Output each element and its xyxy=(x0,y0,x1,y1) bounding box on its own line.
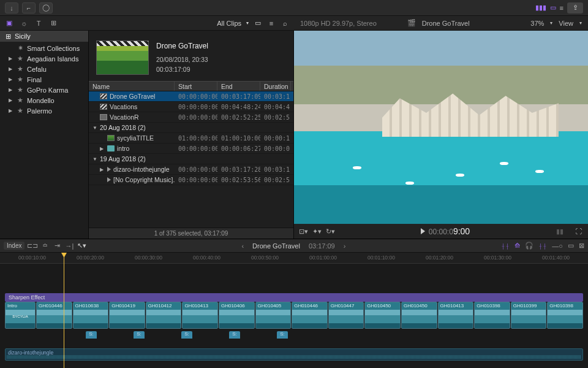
skimming-icon[interactable]: ⟊⟊ xyxy=(501,242,510,250)
timeline-layout-icon[interactable]: ⊠ xyxy=(579,242,584,250)
import-button[interactable]: ↓ xyxy=(5,2,18,13)
timeline-marker[interactable]: S: xyxy=(86,331,97,339)
timeline-clip[interactable]: GH010450 xyxy=(364,302,401,329)
preview-thumbnail[interactable] xyxy=(96,40,149,75)
enhance-tool-icon[interactable]: ✦▾ xyxy=(312,227,321,236)
sidebar-item[interactable]: ▶★Final xyxy=(0,74,88,85)
clip-label: Intro xyxy=(6,302,35,310)
sidebar-item[interactable]: ▶★GoPro Karma xyxy=(0,85,88,95)
video-track: IntroSYCYLIAGH010446GH010638GH010419GH01… xyxy=(0,302,588,330)
layout-preset-1-icon[interactable]: ▮▮▮ xyxy=(535,4,546,12)
clip-audio-wave xyxy=(183,323,217,328)
timeline-clip[interactable]: GH010413 xyxy=(438,302,474,329)
timeline-marker[interactable]: S: xyxy=(181,331,192,339)
timeline-clip[interactable]: GH010450 xyxy=(401,302,437,329)
list-icon[interactable]: ≡ xyxy=(267,19,276,28)
timeline[interactable]: 00:00:10:0000:00:20:0000:00:30:0000:00:4… xyxy=(0,253,588,368)
index-button[interactable]: Index xyxy=(4,242,24,250)
table-row[interactable]: VacationR00:00:00:0000:02:52:2500:02:5 xyxy=(89,112,293,123)
timeline-clip[interactable]: GH010399 xyxy=(511,302,547,329)
table-group-row[interactable]: ▼19 Aug 2018 (2) xyxy=(89,154,293,164)
sidebar-item-label: Cefalu xyxy=(27,66,47,73)
next-edit-icon[interactable]: › xyxy=(344,242,346,250)
table-row[interactable]: Vacations00:00:00:0000:04:48:2400:04:4 xyxy=(89,102,293,112)
retime-tool-icon[interactable]: ↻▾ xyxy=(326,227,334,236)
timeline-clip[interactable]: GH010446 xyxy=(36,302,72,329)
crop-tool-icon[interactable]: ⊡▾ xyxy=(299,227,307,236)
filmstrip-icon[interactable]: ▭ xyxy=(254,19,262,28)
play-button[interactable] xyxy=(421,228,425,234)
table-row[interactable]: sycyliaTITLE01:00:00:0001:00:10:0000:00:… xyxy=(89,133,293,144)
timeline-clip[interactable]: GH010398 xyxy=(474,302,510,329)
circle-icon: ◯ xyxy=(42,4,50,12)
snapping-icon[interactable]: ⟊⟊ xyxy=(538,242,547,250)
table-row[interactable]: Drone GoTravel00:00:00:0000:03:17:0900:0… xyxy=(89,91,293,102)
audio-skimming-icon[interactable]: ⟰ xyxy=(514,242,520,250)
timeline-clip[interactable]: GH010638 xyxy=(73,302,109,329)
keyword-button[interactable]: ⌐ xyxy=(22,2,36,13)
solo-icon[interactable]: 🎧 xyxy=(525,242,533,250)
effect-clip[interactable]: Sharpen Effect xyxy=(5,293,583,302)
fullscreen-icon[interactable]: ⛶ xyxy=(575,227,583,236)
trim-tool-icon[interactable]: ⊏⊐ xyxy=(28,242,37,250)
disclosure-triangle-icon: ▶ xyxy=(100,146,105,151)
timeline-clip[interactable]: IntroSYCYLIA xyxy=(5,302,36,329)
playhead[interactable] xyxy=(64,253,64,368)
clip-video-thumb xyxy=(74,310,108,323)
append-tool-icon[interactable]: →| xyxy=(65,242,74,250)
clip-filter-label[interactable]: All Clips xyxy=(217,20,241,27)
timeline-clip[interactable]: GH010447 xyxy=(328,302,364,329)
settings-icon[interactable]: ≡ xyxy=(560,4,564,12)
sidebar-head[interactable]: ⊞ Sicily xyxy=(0,31,88,42)
timeline-clip[interactable]: GH010446 xyxy=(292,302,328,329)
clip-appearance-icon[interactable]: ▭ xyxy=(568,242,574,250)
titles-icon[interactable]: T xyxy=(34,19,43,28)
timeline-ruler[interactable]: 00:00:10:0000:00:20:0000:00:30:0000:00:4… xyxy=(0,253,588,264)
table-row[interactable]: ▶intro00:00:00:0000:00:06:2700:00:0 xyxy=(89,144,293,154)
zoom-percent[interactable]: 37% xyxy=(530,20,544,27)
sidebar-item[interactable]: ▶★Mondello xyxy=(0,95,88,105)
timeline-clip[interactable]: GH010398 xyxy=(547,302,583,329)
timeline-clip[interactable]: GH010419 xyxy=(109,302,145,329)
share-button[interactable]: ⇪ xyxy=(567,2,583,13)
connect-tool-icon[interactable]: ≏ xyxy=(40,242,49,250)
clip-label: GH010450 xyxy=(402,302,437,310)
timeline-clip[interactable]: GH010406 xyxy=(219,302,255,329)
sidebar-item[interactable]: ▶★Cefalu xyxy=(0,64,88,74)
table-row[interactable]: [No Copyright Music]...00:00:00:0000:02:… xyxy=(89,175,293,185)
col-end[interactable]: End xyxy=(217,82,260,91)
viewer-canvas[interactable] xyxy=(294,31,588,224)
sidebar-item[interactable]: ✷Smart Collections xyxy=(0,43,88,53)
ruler-tick: 00:01:00:00 xyxy=(309,255,337,261)
col-start[interactable]: Start xyxy=(175,82,217,91)
prev-edit-icon[interactable]: ‹ xyxy=(241,242,244,250)
timeline-clip[interactable]: GH010412 xyxy=(146,302,182,329)
audio-track[interactable]: dizaro-intothejungle xyxy=(5,348,583,361)
timeline-clip[interactable]: GH010413 xyxy=(182,302,218,329)
col-duration[interactable]: Duration xyxy=(260,82,291,91)
insert-tool-icon[interactable]: ⇥ xyxy=(53,242,61,250)
clip-duration: 00:04:4 xyxy=(260,104,291,110)
timeline-zoom-icon[interactable]: —○ xyxy=(552,242,563,250)
table-row[interactable]: ▶dizaro-intothejungle00:00:00:0000:03:17… xyxy=(89,164,293,175)
sidebar-item[interactable]: ▶★Aegadian Islands xyxy=(0,53,88,64)
timeline-clip[interactable]: GH010405 xyxy=(255,302,292,329)
library-icon[interactable]: ▣ xyxy=(5,19,13,28)
view-menu[interactable]: View xyxy=(559,20,573,27)
search-icon[interactable]: ⌕ xyxy=(281,19,289,28)
timeline-marker[interactable]: S: xyxy=(277,331,288,339)
photos-icon[interactable]: ☼ xyxy=(20,19,28,28)
ruler-tick: 00:01:30:00 xyxy=(484,255,511,261)
layout-preset-2-icon[interactable]: ▭ xyxy=(550,4,556,12)
generators-icon[interactable]: ⊞ xyxy=(49,19,58,28)
sidebar-item[interactable]: ▶★Palermo xyxy=(0,105,88,116)
viewer: ⊡▾ ✦▾ ↻▾ 00:00:09:00 ▮▮ ⛶ xyxy=(294,31,588,239)
timeline-marker[interactable]: S: xyxy=(134,331,145,339)
table-group-row[interactable]: ▼20 Aug 2018 (2) xyxy=(89,123,293,133)
clip-end: 00:02:53:56 xyxy=(217,177,260,183)
arrow-tool-icon[interactable]: ↖▾ xyxy=(77,242,86,250)
timeline-marker[interactable]: S: xyxy=(229,331,240,339)
clip-start: 00:00:00:00 xyxy=(175,145,217,152)
bg-tasks-button[interactable]: ◯ xyxy=(39,2,53,13)
col-name[interactable]: Name xyxy=(89,82,175,91)
